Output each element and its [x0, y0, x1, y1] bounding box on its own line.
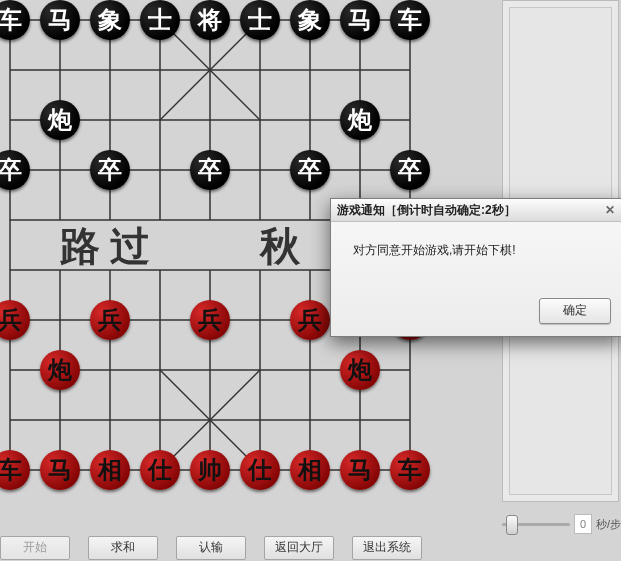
time-control: 0 秒/步 [502, 512, 621, 536]
dialog-title-text: 游戏通知［倒计时自动确定:2秒］ [337, 199, 516, 221]
time-slider-thumb[interactable] [506, 515, 518, 535]
resign-button[interactable]: 认输 [176, 536, 246, 560]
piece-red-cannon[interactable]: 炮 [340, 350, 380, 390]
action-bar: 开始 求和 认输 返回大厅 退出系统 [0, 536, 445, 561]
river-text-left: 路 过 [59, 224, 150, 269]
piece-black-cannon[interactable]: 炮 [40, 100, 80, 140]
piece-red-elephant[interactable]: 相 [90, 450, 130, 490]
river-text-right: 秋 [259, 224, 301, 269]
piece-red-cannon[interactable]: 炮 [40, 350, 80, 390]
ok-button[interactable]: 确定 [539, 298, 611, 324]
piece-red-elephant[interactable]: 相 [290, 450, 330, 490]
piece-black-elephant[interactable]: 象 [90, 0, 130, 40]
piece-black-horse[interactable]: 马 [340, 0, 380, 40]
piece-black-soldier[interactable]: 卒 [190, 150, 230, 190]
piece-black-general[interactable]: 将 [190, 0, 230, 40]
dialog-titlebar[interactable]: 游戏通知［倒计时自动确定:2秒］ ✕ [331, 199, 621, 222]
piece-red-chariot[interactable]: 车 [390, 450, 430, 490]
lobby-button[interactable]: 返回大厅 [264, 536, 334, 560]
piece-black-soldier[interactable]: 卒 [390, 150, 430, 190]
piece-red-general[interactable]: 帅 [190, 450, 230, 490]
piece-black-horse[interactable]: 马 [40, 0, 80, 40]
piece-black-cannon[interactable]: 炮 [340, 100, 380, 140]
piece-black-advisor[interactable]: 士 [240, 0, 280, 40]
piece-black-elephant[interactable]: 象 [290, 0, 330, 40]
exit-button[interactable]: 退出系统 [352, 536, 422, 560]
time-value: 0 [574, 514, 592, 534]
piece-red-horse[interactable]: 马 [340, 450, 380, 490]
piece-red-advisor[interactable]: 仕 [140, 450, 180, 490]
close-icon[interactable]: ✕ [605, 199, 615, 221]
time-unit-label: 秒/步 [596, 517, 621, 532]
piece-red-soldier[interactable]: 兵 [190, 300, 230, 340]
piece-black-soldier[interactable]: 卒 [290, 150, 330, 190]
notice-dialog: 游戏通知［倒计时自动确定:2秒］ ✕ 对方同意开始游戏,请开始下棋! 确定 [330, 198, 621, 337]
piece-red-advisor[interactable]: 仕 [240, 450, 280, 490]
piece-red-soldier[interactable]: 兵 [290, 300, 330, 340]
piece-black-soldier[interactable]: 卒 [90, 150, 130, 190]
start-button: 开始 [0, 536, 70, 560]
time-slider[interactable] [502, 523, 570, 526]
piece-red-soldier[interactable]: 兵 [90, 300, 130, 340]
piece-black-advisor[interactable]: 士 [140, 0, 180, 40]
piece-black-chariot[interactable]: 车 [390, 0, 430, 40]
piece-red-horse[interactable]: 马 [40, 450, 80, 490]
draw-button[interactable]: 求和 [88, 536, 158, 560]
dialog-message: 对方同意开始游戏,请开始下棋! [331, 222, 621, 292]
